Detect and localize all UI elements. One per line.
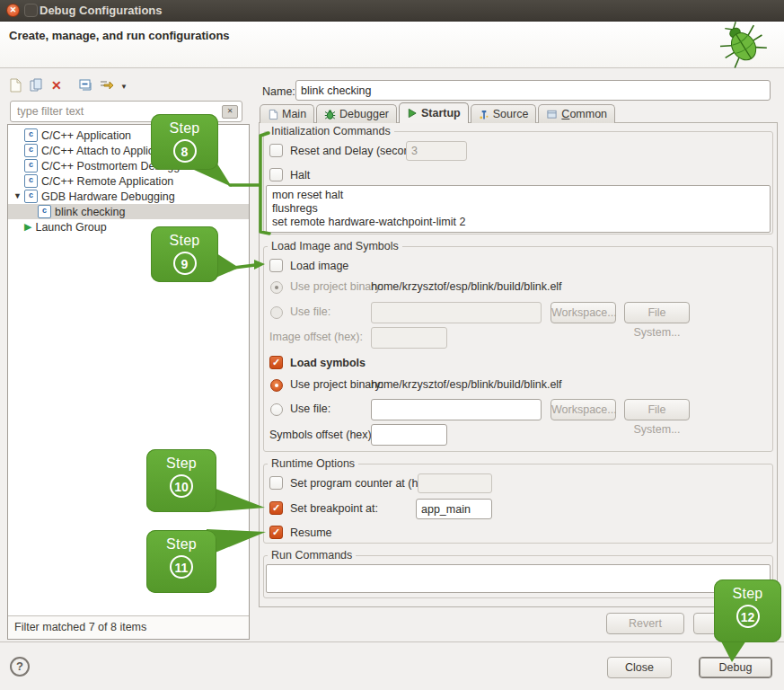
delete-configuration-icon[interactable]: ✕ bbox=[51, 79, 62, 92]
step-badge-number: 12 bbox=[736, 605, 760, 628]
tab-bar: Main Debugger Startup Source Common bbox=[260, 103, 615, 123]
c-file-icon bbox=[24, 128, 38, 142]
tree-item-label: blink checking bbox=[55, 206, 126, 218]
tree-item-gdb-hardware-debugging[interactable]: ▼GDB Hardware Debugging bbox=[8, 189, 249, 204]
dialog-subtitle: Create, manage, and run configurations bbox=[9, 29, 230, 42]
step-badge-number: 9 bbox=[173, 252, 197, 275]
c-file-icon bbox=[24, 159, 38, 172]
debug-button[interactable]: Debug bbox=[699, 657, 772, 678]
new-configuration-icon[interactable] bbox=[9, 78, 22, 93]
init-commands-group-title: Initialization Commands bbox=[268, 125, 394, 137]
step-badge-word: Step bbox=[151, 233, 218, 249]
tab-label: Startup bbox=[421, 107, 461, 119]
step-8-badge: Step 8 bbox=[151, 114, 218, 170]
tab-label: Source bbox=[493, 108, 529, 120]
filter-status: Filter matched 7 of 8 items bbox=[8, 615, 249, 639]
step-badge-word: Step bbox=[151, 120, 218, 137]
step-12-badge: Step 12 bbox=[714, 579, 781, 642]
tree-item-blink-checking[interactable]: blink checking bbox=[8, 204, 249, 219]
step-badge-word: Step bbox=[146, 456, 216, 472]
c-file-icon bbox=[24, 144, 38, 157]
collapse-all-icon[interactable] bbox=[79, 79, 92, 92]
name-input[interactable] bbox=[295, 80, 771, 101]
c-file-icon bbox=[38, 205, 51, 218]
step-10-badge: Step 10 bbox=[146, 449, 216, 512]
tab-startup[interactable]: Startup bbox=[399, 102, 469, 123]
tab-common[interactable]: Common bbox=[538, 104, 615, 123]
toolbar-menu-caret-icon[interactable]: ▼ bbox=[120, 83, 128, 91]
step-badge-number: 8 bbox=[173, 139, 197, 163]
dialog-header: Create, manage, and run configurations bbox=[0, 22, 784, 68]
revert-button[interactable]: Revert bbox=[606, 613, 684, 634]
bottom-separator bbox=[0, 641, 784, 642]
window-title: Debug Configurations bbox=[40, 4, 163, 17]
play-icon bbox=[407, 108, 418, 119]
close-window-icon[interactable]: ✕ bbox=[6, 4, 20, 17]
step-badge-number: 11 bbox=[170, 555, 193, 579]
c-file-icon bbox=[24, 174, 38, 188]
launch-group-icon: ▶ bbox=[24, 221, 31, 233]
help-button[interactable]: ? bbox=[10, 657, 30, 677]
tab-source[interactable]: Source bbox=[471, 104, 537, 123]
step-badge-word: Step bbox=[146, 536, 216, 553]
minimize-window-icon[interactable] bbox=[24, 4, 38, 17]
name-label: Name: bbox=[262, 85, 295, 98]
runtime-options-group-title: Runtime Options bbox=[268, 457, 358, 470]
tree-item-label: GDB Hardware Debugging bbox=[41, 190, 175, 203]
tree-item-label: Launch Group bbox=[35, 221, 106, 234]
step-11-badge: Step 11 bbox=[146, 530, 216, 593]
tab-label: Main bbox=[282, 108, 306, 120]
title-bar: ✕ Debug Configurations bbox=[0, 0, 784, 22]
clear-filter-icon[interactable]: ✕ bbox=[222, 105, 238, 119]
common-icon bbox=[546, 109, 558, 119]
step-badge-number: 10 bbox=[170, 474, 193, 498]
source-icon bbox=[479, 109, 489, 120]
tree-item-label: C/C++ Remote Application bbox=[41, 175, 173, 188]
run-commands-group-title: Run Commands bbox=[268, 549, 356, 562]
tab-debugger[interactable]: Debugger bbox=[316, 104, 397, 123]
startup-tab-content bbox=[259, 122, 778, 607]
expander-arrow-icon[interactable]: ▼ bbox=[13, 191, 22, 200]
tree-item-label: C/C++ Application bbox=[41, 129, 131, 142]
step-badge-word: Step bbox=[714, 586, 781, 602]
close-button[interactable]: Close bbox=[607, 657, 672, 678]
bug-icon bbox=[324, 109, 336, 120]
duplicate-configuration-icon[interactable] bbox=[29, 78, 44, 93]
tab-label: Debugger bbox=[339, 108, 389, 120]
debug-configurations-dialog: ✕ Debug Configurations Create, manage, a… bbox=[0, 0, 784, 690]
debug-bug-icon bbox=[707, 22, 773, 68]
c-file-icon bbox=[24, 190, 38, 203]
tab-label: Common bbox=[561, 108, 607, 120]
page-icon bbox=[268, 109, 278, 120]
load-image-symbols-group-title: Load Image and Symbols bbox=[268, 240, 402, 252]
filter-configurations-icon[interactable] bbox=[99, 79, 114, 92]
step-9-badge: Step 9 bbox=[151, 226, 218, 282]
tree-item-cpp-remote[interactable]: C/C++ Remote Application bbox=[8, 173, 249, 189]
tab-main[interactable]: Main bbox=[260, 104, 314, 123]
